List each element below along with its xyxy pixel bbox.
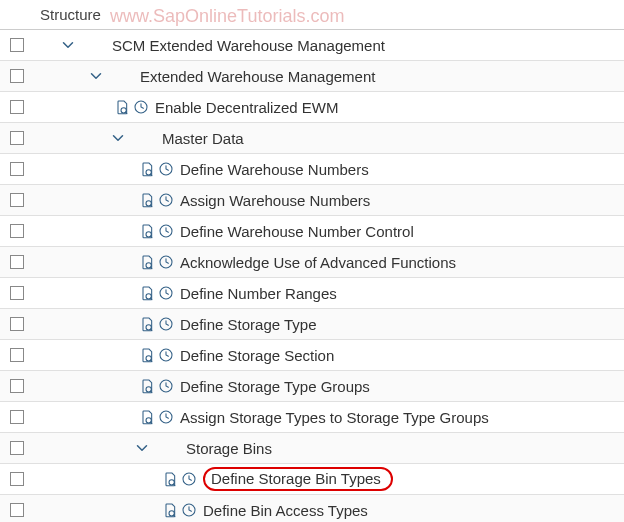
row-content: Define Warehouse Number Control [34,216,414,246]
chevron-down-icon[interactable] [84,64,108,88]
document-icon[interactable] [139,161,155,177]
document-icon[interactable] [139,347,155,363]
document-icon[interactable] [139,223,155,239]
chevron-down-icon[interactable] [106,126,130,150]
node-label[interactable]: Enable Decentralized EWM [155,99,338,116]
node-define-storage-section[interactable]: Define Storage Section [0,340,624,371]
row-checkbox[interactable] [10,100,24,114]
indent-spacer [34,30,56,60]
node-label[interactable]: SCM Extended Warehouse Management [112,37,385,54]
row-checkbox[interactable] [10,131,24,145]
node-label[interactable]: Define Number Ranges [180,285,337,302]
node-assign-warehouse-numbers[interactable]: Assign Warehouse Numbers [0,185,624,216]
row-content: Enable Decentralized EWM [34,92,338,122]
activity-icons [139,254,174,270]
node-scm-ewm[interactable]: SCM Extended Warehouse Management [0,30,624,61]
activity-icons [139,192,174,208]
node-define-bin-access-types[interactable]: Define Bin Access Types [0,495,624,522]
clock-icon[interactable] [158,347,174,363]
row-checkbox[interactable] [10,472,24,486]
clock-icon[interactable] [158,316,174,332]
node-acknowledge-advanced-functions[interactable]: Acknowledge Use of Advanced Functions [0,247,624,278]
node-label[interactable]: Master Data [162,130,244,147]
activity-icons [139,409,174,425]
document-icon[interactable] [139,285,155,301]
clock-icon[interactable] [158,192,174,208]
row-checkbox[interactable] [10,69,24,83]
activity-icons [114,99,149,115]
document-icon[interactable] [139,254,155,270]
node-label[interactable]: Define Storage Section [180,347,334,364]
node-label[interactable]: Extended Warehouse Management [140,68,375,85]
indent-spacer [34,216,139,246]
document-icon[interactable] [114,99,130,115]
document-icon[interactable] [139,378,155,394]
document-icon[interactable] [139,409,155,425]
node-label[interactable]: Storage Bins [186,440,272,457]
activity-icons [162,471,197,487]
row-content: Define Bin Access Types [34,495,368,522]
row-checkbox[interactable] [10,38,24,52]
document-icon[interactable] [162,471,178,487]
document-icon[interactable] [139,316,155,332]
node-define-storage-bin-types[interactable]: Define Storage Bin Types [0,464,624,495]
node-enable-decentralized-ewm[interactable]: Enable Decentralized EWM [0,92,624,123]
checkbox-cell [0,69,34,83]
node-label[interactable]: Define Warehouse Numbers [180,161,369,178]
clock-icon[interactable] [133,99,149,115]
chevron-down-icon[interactable] [56,33,80,57]
clock-icon[interactable] [158,378,174,394]
clock-icon[interactable] [158,161,174,177]
node-label[interactable]: Define Storage Bin Types [203,467,393,491]
row-checkbox[interactable] [10,379,24,393]
checkbox-cell [0,317,34,331]
header-title: Structure [40,6,101,23]
node-define-storage-type[interactable]: Define Storage Type [0,309,624,340]
node-label[interactable]: Assign Warehouse Numbers [180,192,370,209]
row-checkbox[interactable] [10,410,24,424]
clock-icon[interactable] [181,502,197,518]
row-checkbox[interactable] [10,162,24,176]
node-define-warehouse-numbers[interactable]: Define Warehouse Numbers [0,154,624,185]
node-assign-storage-types-groups[interactable]: Assign Storage Types to Storage Type Gro… [0,402,624,433]
node-master-data[interactable]: Master Data [0,123,624,154]
row-checkbox[interactable] [10,255,24,269]
row-checkbox[interactable] [10,286,24,300]
row-checkbox[interactable] [10,503,24,517]
clock-icon[interactable] [181,471,197,487]
indent-spacer [34,185,139,215]
node-label[interactable]: Define Warehouse Number Control [180,223,414,240]
checkbox-cell [0,193,34,207]
activity-icons [139,378,174,394]
clock-icon[interactable] [158,285,174,301]
chevron-down-icon[interactable] [130,436,154,460]
node-label[interactable]: Acknowledge Use of Advanced Functions [180,254,456,271]
indent-spacer [34,495,162,522]
row-checkbox[interactable] [10,224,24,238]
row-checkbox[interactable] [10,193,24,207]
row-checkbox[interactable] [10,317,24,331]
document-icon[interactable] [139,192,155,208]
node-define-number-ranges[interactable]: Define Number Ranges [0,278,624,309]
row-content: Storage Bins [34,433,272,463]
node-label[interactable]: Define Storage Type Groups [180,378,370,395]
node-storage-bins[interactable]: Storage Bins [0,433,624,464]
row-content: Define Warehouse Numbers [34,154,369,184]
row-checkbox[interactable] [10,441,24,455]
node-define-storage-type-groups[interactable]: Define Storage Type Groups [0,371,624,402]
node-ewm[interactable]: Extended Warehouse Management [0,61,624,92]
indent-spacer [34,92,114,122]
checkbox-cell [0,224,34,238]
node-define-warehouse-number-control[interactable]: Define Warehouse Number Control [0,216,624,247]
node-label[interactable]: Define Bin Access Types [203,502,368,519]
document-icon[interactable] [162,502,178,518]
indent-spacer [34,309,139,339]
clock-icon[interactable] [158,409,174,425]
row-content: Define Storage Bin Types [34,464,393,494]
node-label[interactable]: Define Storage Type [180,316,316,333]
clock-icon[interactable] [158,223,174,239]
checkbox-cell [0,162,34,176]
node-label[interactable]: Assign Storage Types to Storage Type Gro… [180,409,489,426]
clock-icon[interactable] [158,254,174,270]
row-checkbox[interactable] [10,348,24,362]
